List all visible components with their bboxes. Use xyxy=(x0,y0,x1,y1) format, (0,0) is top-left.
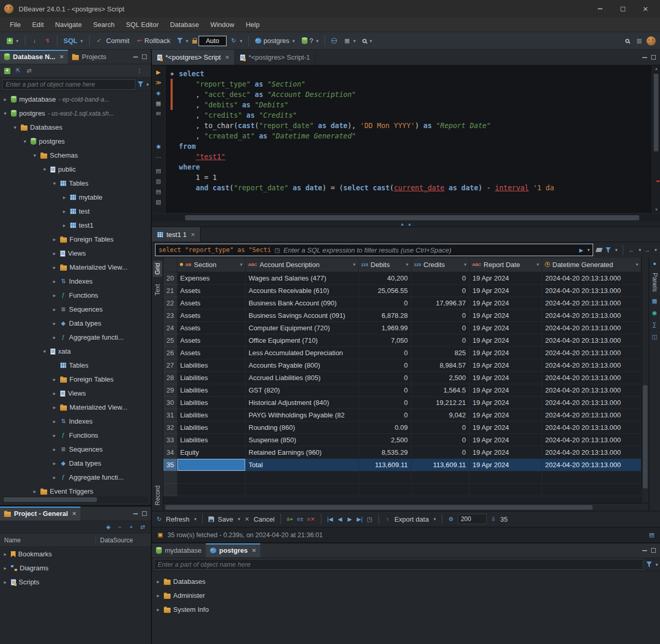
cell[interactable]: Accounts Payable (800) xyxy=(245,359,358,371)
chevron-right-icon[interactable]: ▸ xyxy=(51,474,58,480)
chevron-right-icon[interactable]: ▸ xyxy=(51,292,58,298)
code-line[interactable]: , "debits" as "Debits" xyxy=(165,100,652,110)
tree-item-mydatabase[interactable]: ▸mydatabase- ep-cold-band-a... xyxy=(0,92,151,106)
cell[interactable]: 0 xyxy=(358,346,411,359)
cell[interactable]: 17,996.37 xyxy=(411,297,469,309)
more-icon[interactable]: ⋯ xyxy=(156,155,162,160)
row-number[interactable]: 31 xyxy=(163,409,177,421)
cell[interactable] xyxy=(542,483,641,496)
cell[interactable]: Liabilities xyxy=(177,421,245,433)
collapse-icon[interactable]: − xyxy=(117,524,123,530)
cell[interactable]: 19 Apr 2024 xyxy=(469,384,542,396)
clear-filter-icon[interactable] xyxy=(596,248,603,252)
sort-dropdown-icon[interactable]: ▾ xyxy=(353,262,356,267)
project-item-bookmarks[interactable]: ▸Bookmarks xyxy=(0,547,151,561)
chevron-down-icon[interactable]: ▾ xyxy=(32,152,38,158)
cell[interactable] xyxy=(177,471,245,483)
tree-item-postgres[interactable]: ▾postgres- us-east-1.sql.xata.sh... xyxy=(0,106,151,120)
cell[interactable]: 2024-04-20 20:13:13.000 xyxy=(542,371,641,384)
cell[interactable]: Accrued Liabilities (805) xyxy=(245,371,358,384)
panels-label[interactable]: Panels xyxy=(651,273,658,292)
chevron-right-icon[interactable]: ▸ xyxy=(51,446,58,452)
cell[interactable]: 19 Apr 2024 xyxy=(469,446,542,458)
chevron-right-icon[interactable]: ▸ xyxy=(155,607,161,612)
column-header-datetime-generated[interactable]: Datetime Generated▾ xyxy=(542,258,641,272)
cell[interactable]: 19 Apr 2024 xyxy=(469,371,542,384)
history-forward-icon[interactable]: → xyxy=(644,247,650,253)
tree-item-foreign-tables[interactable]: ▸Foreign Tables xyxy=(0,372,151,386)
chevron-right-icon[interactable]: ▸ xyxy=(155,593,161,598)
cell[interactable]: Assets xyxy=(177,321,245,334)
row-number[interactable]: 24 xyxy=(163,321,177,334)
new-sql-editor-button[interactable]: ↯ xyxy=(42,36,53,45)
fetch-size-input[interactable] xyxy=(458,514,487,524)
chevron-right-icon[interactable]: ▸ xyxy=(51,404,58,410)
cell[interactable]: 0 xyxy=(358,409,411,421)
expand-icon[interactable]: + xyxy=(128,524,134,530)
pin-icon[interactable]: ● xyxy=(652,261,658,267)
cell[interactable]: 8,984.57 xyxy=(411,359,469,371)
cell[interactable]: 2024-04-20 20:13:13.000 xyxy=(542,409,641,421)
explain-plan-icon[interactable]: ◈ xyxy=(156,90,162,96)
row-number[interactable]: 25 xyxy=(163,334,177,346)
column-header-section[interactable]: ABSection▾ xyxy=(177,258,245,272)
row-number[interactable]: 20 xyxy=(163,272,177,284)
result-view-tab-text[interactable]: Text xyxy=(153,282,162,298)
sort-dropdown-icon[interactable]: ▾ xyxy=(464,262,467,267)
tree-item-materialized-view[interactable]: ▸Materialized View... xyxy=(0,400,151,414)
tree-item-sequences[interactable]: ▸≣Sequences xyxy=(0,442,151,456)
cell[interactable]: 19 Apr 2024 xyxy=(469,297,542,309)
bottom-tree-item-system-info[interactable]: ▸System Info xyxy=(152,603,660,617)
previous-row-icon[interactable]: ◀ xyxy=(337,516,343,522)
cell[interactable]: GST (820) xyxy=(245,384,358,396)
cell[interactable]: 19 Apr 2024 xyxy=(469,284,542,297)
last-row-icon[interactable]: ▶| xyxy=(357,516,363,522)
cell[interactable]: 0 xyxy=(411,421,469,433)
tree-item-views[interactable]: ▸Views xyxy=(0,246,151,260)
code-line[interactable]: "test1" xyxy=(165,151,652,162)
script-doc-3-icon[interactable]: ▤ xyxy=(156,189,162,194)
cell[interactable]: Computer Equipment (720) xyxy=(245,321,358,334)
cell[interactable]: Retained Earnings (960) xyxy=(245,446,358,458)
cell[interactable]: Historical Adjustment (840) xyxy=(245,396,358,409)
tree-item-aggregate-functi[interactable]: ▸ƒAggregate functi... xyxy=(0,330,151,344)
cell[interactable]: Liabilities xyxy=(177,409,245,421)
cell[interactable]: 19 Apr 2024 xyxy=(469,421,542,433)
chevron-right-icon[interactable]: ▸ xyxy=(51,460,58,466)
cell[interactable] xyxy=(542,471,641,483)
row-number[interactable]: 34 xyxy=(163,446,177,458)
editor-results-sash[interactable]: ▲▲ xyxy=(152,221,660,227)
chevron-right-icon[interactable]: ▸ xyxy=(2,96,8,102)
cell[interactable]: Liabilities xyxy=(177,371,245,384)
chevron-down-icon[interactable]: ▾ xyxy=(51,180,58,186)
cell[interactable]: Accounts Receivable (610) xyxy=(245,284,358,297)
cell[interactable]: Suspense (850) xyxy=(245,433,358,446)
tree-item-schemas[interactable]: ▾Schemas xyxy=(0,148,151,162)
row-count-filter-icon[interactable]: ⇩ xyxy=(490,516,497,522)
column-header-report-date[interactable]: ABCReport Date▾ xyxy=(469,258,542,272)
row-number[interactable]: 23 xyxy=(163,309,177,321)
cell[interactable]: 25,056.55 xyxy=(358,284,411,297)
link-icon[interactable]: ⇄ xyxy=(139,524,146,530)
close-icon[interactable]: ✕ xyxy=(72,511,76,516)
scrollbar-thumb[interactable] xyxy=(185,215,639,220)
collapse-all-icon[interactable]: ⇱ xyxy=(15,68,21,74)
cell[interactable]: 19 Apr 2024 xyxy=(469,334,542,346)
column-name[interactable]: Name xyxy=(0,537,96,544)
scrollbar-thumb[interactable] xyxy=(643,385,648,488)
cell[interactable]: 0 xyxy=(411,284,469,297)
editor-tab-postgres-script-1[interactable]: *<postgres> Script-1 xyxy=(235,50,316,65)
link-editor-icon[interactable]: ⇄ xyxy=(26,68,32,74)
panel-grid-icon[interactable]: ▦ xyxy=(652,298,658,304)
bottom-tree-item-administer[interactable]: ▸Administer xyxy=(152,589,660,603)
cell[interactable]: Liabilities xyxy=(177,396,245,409)
connection-selector[interactable]: postgres▾ xyxy=(252,35,297,46)
column-header-account-description[interactable]: ABCAccount Description▾ xyxy=(245,258,358,272)
row-number[interactable]: 27 xyxy=(163,359,177,371)
cell[interactable]: 2024-04-20 20:13:13.000 xyxy=(542,334,641,346)
code-line[interactable]: , to_char(cast("report_date" as date), '… xyxy=(165,120,652,131)
cell[interactable]: Liabilities xyxy=(177,433,245,446)
cell[interactable]: 2024-04-20 20:13:13.000 xyxy=(542,446,641,458)
bottom-object-filter-input[interactable] xyxy=(154,559,643,570)
panel-metadata-icon[interactable]: ◉ xyxy=(652,310,658,316)
